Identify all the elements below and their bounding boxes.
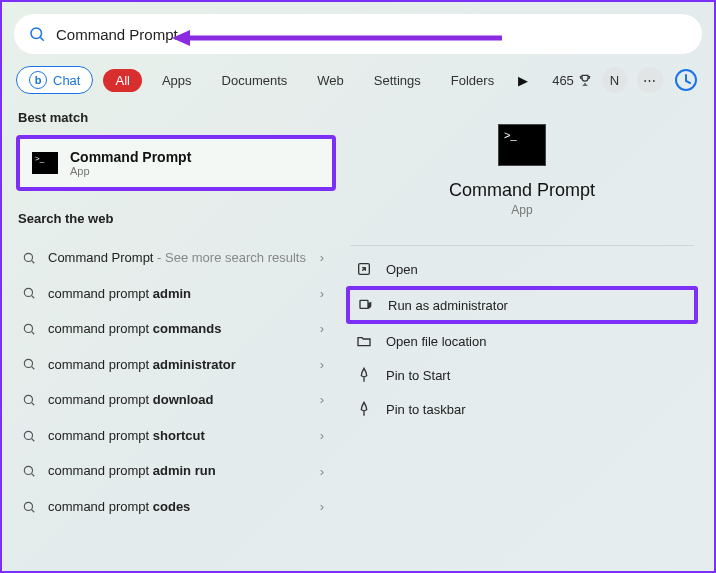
results-area: Best match Command Prompt App Search the…	[2, 104, 714, 563]
web-result-text: command prompt admin run	[48, 462, 216, 480]
best-match-heading: Best match	[16, 104, 336, 135]
svg-line-8	[32, 296, 35, 299]
search-icon	[22, 429, 36, 443]
web-result-text: command prompt shortcut	[48, 427, 205, 445]
search-icon	[28, 25, 46, 43]
svg-line-20	[32, 509, 35, 512]
results-left-column: Best match Command Prompt App Search the…	[16, 104, 336, 563]
svg-line-6	[32, 260, 35, 263]
action-label: Pin to Start	[386, 368, 450, 383]
action-run-as-administrator[interactable]: Run as administrator	[346, 286, 698, 324]
chevron-right-icon: ›	[314, 286, 330, 301]
tab-all[interactable]: All	[103, 69, 141, 92]
action-open[interactable]: Open	[346, 252, 698, 286]
tab-folders[interactable]: Folders	[441, 69, 504, 92]
svg-line-12	[32, 367, 35, 370]
web-result-item[interactable]: command prompt commands ›	[16, 311, 336, 347]
pin-icon	[356, 367, 372, 383]
web-result-item[interactable]: command prompt admin ›	[16, 276, 336, 312]
bing-chat-icon: b	[29, 71, 47, 89]
svg-point-13	[24, 395, 32, 403]
action-label: Run as administrator	[388, 298, 508, 313]
svg-line-18	[32, 474, 35, 477]
action-label: Open file location	[386, 334, 486, 349]
web-result-text: command prompt commands	[48, 320, 221, 338]
tab-web[interactable]: Web	[307, 69, 354, 92]
chevron-right-icon: ›	[314, 499, 330, 514]
action-open-file-location[interactable]: Open file location	[346, 324, 698, 358]
action-pin-to-taskbar[interactable]: Pin to taskbar	[346, 392, 698, 426]
action-label: Open	[386, 262, 418, 277]
open-icon	[356, 261, 372, 277]
search-icon	[22, 464, 36, 478]
web-result-text: command prompt codes	[48, 498, 190, 516]
search-web-heading: Search the web	[16, 205, 336, 236]
user-avatar[interactable]: N	[602, 67, 627, 93]
more-tabs-button[interactable]: ▶	[514, 73, 532, 88]
chat-button[interactable]: b Chat	[16, 66, 93, 94]
bing-icon	[674, 68, 698, 92]
chevron-right-icon: ›	[314, 357, 330, 372]
tab-apps[interactable]: Apps	[152, 69, 202, 92]
web-results-list: Command Prompt - See more search results…	[16, 240, 336, 524]
best-match-subtitle: App	[70, 165, 191, 177]
web-result-text: command prompt admin	[48, 285, 191, 303]
svg-point-19	[24, 502, 32, 510]
web-result-item[interactable]: command prompt download ›	[16, 382, 336, 418]
pin-icon	[356, 401, 372, 417]
svg-point-7	[24, 289, 32, 297]
preview-subtitle: App	[511, 203, 532, 217]
chevron-right-icon: ›	[314, 250, 330, 265]
chevron-right-icon: ›	[314, 464, 330, 479]
more-options-button[interactable]: ⋯	[637, 67, 662, 93]
svg-point-17	[24, 466, 32, 474]
chat-label: Chat	[53, 73, 80, 88]
web-result-text: command prompt administrator	[48, 356, 236, 374]
search-input[interactable]	[56, 26, 688, 43]
svg-line-10	[32, 331, 35, 334]
svg-line-1	[40, 37, 43, 40]
search-icon	[22, 251, 36, 265]
search-icon	[22, 286, 36, 300]
divider	[350, 245, 694, 246]
search-bar[interactable]	[14, 14, 702, 54]
web-result-item[interactable]: command prompt admin run ›	[16, 453, 336, 489]
search-icon	[22, 357, 36, 371]
svg-point-5	[24, 253, 32, 261]
search-icon	[22, 322, 36, 336]
svg-point-15	[24, 431, 32, 439]
best-match-result[interactable]: Command Prompt App	[16, 135, 336, 191]
chevron-right-icon: ›	[314, 392, 330, 407]
filter-tabs-row: b Chat All Apps Documents Web Settings F…	[2, 54, 714, 104]
action-pin-to-start[interactable]: Pin to Start	[346, 358, 698, 392]
web-result-text: Command Prompt - See more search results	[48, 249, 306, 267]
web-result-item[interactable]: command prompt administrator ›	[16, 347, 336, 383]
folder-icon	[356, 333, 372, 349]
best-match-title: Command Prompt	[70, 149, 191, 165]
svg-point-0	[31, 28, 42, 39]
chevron-right-icon: ›	[314, 321, 330, 336]
web-result-item[interactable]: command prompt shortcut ›	[16, 418, 336, 454]
svg-point-11	[24, 360, 32, 368]
command-prompt-icon	[498, 124, 546, 166]
web-result-item[interactable]: Command Prompt - See more search results…	[16, 240, 336, 276]
search-icon	[22, 500, 36, 514]
svg-point-9	[24, 324, 32, 332]
bing-button[interactable]	[673, 66, 700, 94]
svg-line-14	[32, 403, 35, 406]
tab-documents[interactable]: Documents	[212, 69, 298, 92]
tab-settings[interactable]: Settings	[364, 69, 431, 92]
web-result-item[interactable]: command prompt codes ›	[16, 489, 336, 525]
search-icon	[22, 393, 36, 407]
trophy-icon	[578, 73, 592, 87]
command-prompt-icon	[32, 152, 58, 174]
preview-pane: Command Prompt App Open Run as administr…	[344, 104, 700, 563]
svg-line-16	[32, 438, 35, 441]
web-result-text: command prompt download	[48, 391, 213, 409]
preview-header: Command Prompt App	[344, 124, 700, 235]
rewards-points[interactable]: 465	[552, 73, 592, 88]
svg-rect-22	[360, 300, 368, 308]
preview-title: Command Prompt	[449, 180, 595, 201]
chevron-right-icon: ›	[314, 428, 330, 443]
action-label: Pin to taskbar	[386, 402, 466, 417]
